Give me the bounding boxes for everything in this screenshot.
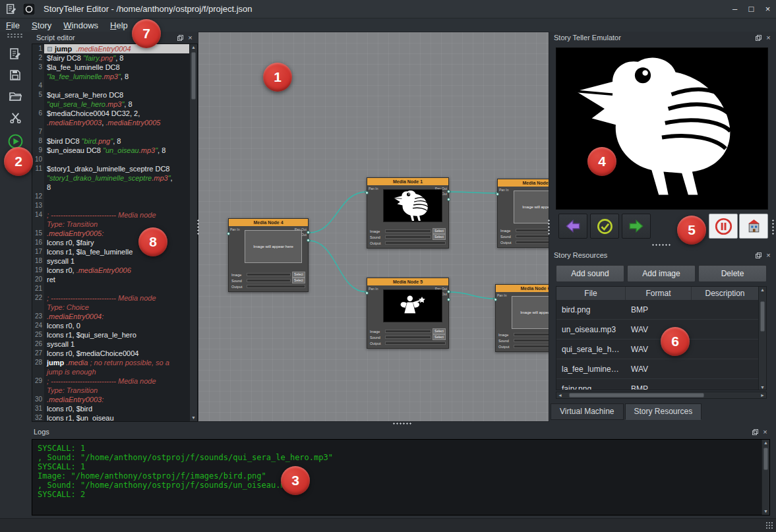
output-port[interactable] [447, 290, 450, 293]
resource-row[interactable]: bird.pngBMP [556, 300, 766, 320]
code-line-6[interactable]: 6$mediaChoice0004 DC32, 2, .mediaEntry00… [32, 109, 189, 127]
menu-file[interactable]: File [0, 19, 26, 32]
add-sound-button[interactable]: Add sound [556, 265, 624, 282]
tab-story-resources[interactable]: Story Resources [625, 403, 702, 420]
node-graph-canvas[interactable]: Media Node 4 Pan In Pan Out Pan Out Imag… [198, 32, 549, 422]
scroll-left-icon[interactable]: ◄ [556, 392, 564, 399]
code-line-21[interactable]: 21 [32, 284, 189, 293]
code-line-26[interactable]: 26syscall 1 [32, 340, 189, 349]
input-port[interactable] [365, 291, 369, 295]
scroll-thumb[interactable] [191, 52, 196, 100]
cut-button[interactable] [6, 108, 24, 127]
code-line-22[interactable]: 22; --------------------------- Media no… [32, 293, 189, 312]
logs-scrollbar[interactable]: ▲ ▼ [761, 440, 769, 515]
code-line-2[interactable]: 2$fairy DC8 "fairy.png", 8 [32, 53, 189, 63]
tab-virtual-machine[interactable]: Virtual Machine [551, 403, 624, 420]
code-line-30[interactable]: 30.mediaEntry0003: [32, 395, 189, 404]
output-port[interactable] [447, 190, 450, 193]
graph-node[interactable]: Media Node 4 Pan In Pan Out Pan Out Imag… [228, 218, 309, 292]
input-port[interactable] [494, 298, 497, 301]
code-line-27[interactable]: 27lcons r0, $mediaChoice0004 [32, 349, 189, 358]
scroll-up-icon[interactable]: ▲ [759, 287, 766, 293]
close-panel-icon[interactable]: × [761, 428, 769, 436]
code-line-20[interactable]: 20ret [32, 275, 189, 284]
float-panel-icon[interactable] [176, 34, 185, 42]
menu-story[interactable]: Story [26, 19, 57, 32]
splitter-handle[interactable] [196, 219, 200, 236]
select-button[interactable]: Select [433, 328, 446, 334]
code-line-25[interactable]: 25lcons r1, $qui_sera_le_hero [32, 330, 189, 340]
code-area[interactable]: 1jump .mediaEntry00042$fairy DC8 "fairy.… [32, 44, 189, 421]
graph-node[interactable]: Media Node 5 Pan In Pan Out Pan Out Imag… [367, 278, 449, 349]
close-panel-icon[interactable]: × [764, 34, 773, 42]
node-title[interactable]: Media Node 5 [367, 278, 448, 285]
home-button[interactable] [739, 214, 768, 239]
code-line-19[interactable]: 19lcons r0, .mediaEntry0006 [32, 266, 189, 275]
code-line-29[interactable]: 29; --------------------------- Media no… [32, 376, 189, 395]
node-title[interactable]: Media Node 3 [498, 179, 549, 187]
code-line-10[interactable]: 10 [32, 155, 189, 164]
save-button[interactable] [6, 66, 24, 84]
code-line-32[interactable]: 32lcons r1, $un_oiseau [32, 413, 189, 421]
splitter-handle[interactable] [547, 219, 551, 236]
scroll-thumb[interactable] [569, 393, 704, 398]
splitter-handle[interactable] [771, 219, 775, 236]
float-panel-icon[interactable] [754, 34, 763, 42]
open-button[interactable] [6, 87, 24, 105]
code-line-13[interactable]: 13 [32, 201, 189, 210]
add-image-button[interactable]: Add image [627, 265, 696, 282]
graph-node[interactable]: Media Node 6 Pan In Pan Out Pan Out Imag… [495, 284, 549, 352]
splitter-handle[interactable] [651, 243, 671, 247]
output-port[interactable] [447, 298, 450, 301]
node-title[interactable]: Media Node 4 [229, 219, 308, 226]
table-hscrollbar[interactable]: ◄ ► [556, 392, 767, 399]
output-port[interactable] [307, 239, 310, 242]
code-line-11[interactable]: 11$story1_drako_luminelle_sceptre DC8 "s… [32, 164, 189, 192]
code-line-4[interactable]: 4 [32, 81, 189, 90]
scroll-track[interactable] [564, 392, 759, 398]
code-line-31[interactable]: 31lcons r0, $bird [32, 404, 189, 413]
code-line-3[interactable]: 3$la_fee_luminelle DC8 "la_fee_luminelle… [32, 63, 189, 81]
select-button[interactable]: Select [433, 228, 446, 234]
resource-row[interactable]: fairy.pngBMP [556, 379, 766, 390]
scroll-right-icon[interactable]: ► [759, 392, 766, 399]
previous-button[interactable] [558, 214, 587, 239]
graph-node[interactable]: Media Node 1 Pan In Pan Out Pan Out Imag… [367, 177, 449, 249]
select-button[interactable]: Select [292, 278, 305, 283]
code-line-8[interactable]: 8$bird DC8 "bird.png", 8 [32, 136, 189, 146]
select-button[interactable]: Select [292, 272, 305, 278]
scroll-down-icon[interactable]: ▼ [190, 415, 197, 421]
menu-windows[interactable]: Windows [57, 19, 104, 32]
table-scrollbar[interactable]: ▲ ▼ [758, 287, 766, 390]
select-button[interactable]: Select [433, 334, 446, 340]
node-title[interactable]: Media Node 1 [367, 178, 448, 185]
scroll-up-icon[interactable]: ▲ [762, 440, 769, 446]
code-line-7[interactable]: 7 [32, 127, 189, 136]
scroll-thumb[interactable] [760, 301, 765, 332]
toolbar-drag-handle[interactable] [7, 33, 24, 38]
close-button[interactable]: × [760, 0, 776, 18]
graph-node[interactable]: Media Node 3 Pan In Pan Out Pan Out Imag… [497, 179, 549, 248]
float-panel-icon[interactable] [754, 251, 763, 260]
column-header-format[interactable]: Format [626, 287, 692, 300]
input-port[interactable] [227, 232, 230, 235]
menu-help[interactable]: Help [104, 19, 134, 32]
code-line-23[interactable]: 23.mediaEntry0004: [32, 312, 189, 321]
code-line-12[interactable]: 12 [32, 192, 189, 201]
scroll-down-icon[interactable]: ▼ [759, 384, 766, 390]
scroll-up-icon[interactable]: ▲ [190, 44, 197, 51]
scroll-thumb[interactable] [763, 448, 768, 470]
resize-grip[interactable] [765, 521, 773, 529]
input-port[interactable] [365, 191, 369, 194]
new-script-button[interactable] [6, 45, 24, 63]
close-panel-icon[interactable]: × [186, 34, 194, 42]
code-line-14[interactable]: 14; --------------------------- Media no… [32, 210, 189, 229]
maximize-button[interactable]: □ [743, 0, 760, 18]
next-button[interactable] [622, 214, 651, 239]
logs-output[interactable]: SYSCALL: 1, Sound: "/home/anthony/ostpro… [32, 439, 770, 516]
validate-button[interactable] [590, 214, 619, 239]
minimize-button[interactable]: – [727, 0, 743, 18]
input-port[interactable] [496, 192, 499, 196]
script-editor[interactable]: 1jump .mediaEntry00042$fairy DC8 "fairy.… [32, 44, 198, 422]
scroll-down-icon[interactable]: ▼ [762, 508, 769, 515]
